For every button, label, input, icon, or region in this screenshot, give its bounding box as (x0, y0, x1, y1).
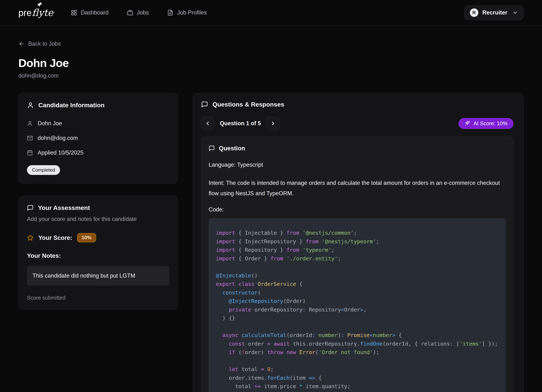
candidate-name: Dohn Joe (38, 120, 62, 127)
intent-label: Intent: (209, 180, 226, 186)
user-role-label: Recruiter (482, 9, 507, 16)
ai-score-label: AI Score: 10% (474, 120, 508, 127)
avatar: R (470, 8, 478, 17)
notes-label: Your Notes: (27, 252, 169, 259)
question-card: Question Language: Typescript Intent: Th… (201, 137, 513, 392)
back-link-label: Back to Jobs (28, 41, 61, 47)
candidate-applied-row: Applied 10/5/2025 (27, 150, 169, 156)
message-square-icon (201, 101, 208, 108)
briefcase-icon (127, 10, 133, 16)
language-line: Language: Typescript (209, 160, 506, 170)
assessment-subtitle: Add your score and notes for this candid… (27, 216, 169, 222)
score-submitted-text: Score submitted (27, 295, 169, 301)
nav-item-label: Jobs (137, 9, 149, 16)
nav-item-label: Job Profiles (177, 9, 207, 16)
file-text-icon (167, 10, 173, 16)
page-title: Dohn Joe (18, 56, 524, 70)
candidate-applied-date: Applied 10/5/2025 (38, 150, 83, 156)
status-badge: Completed (27, 165, 60, 175)
nav-item-jobs[interactable]: Jobs (127, 9, 149, 16)
candidate-name-row: Dohn Joe (27, 120, 169, 127)
nav-items: Dashboard Jobs Job Profiles (71, 9, 207, 16)
user-menu-button[interactable]: R Recruiter (464, 5, 524, 20)
mail-icon (27, 135, 33, 141)
question-pager: Question 1 of 5 AI Score: 10% (201, 117, 513, 130)
nav-item-job-profiles[interactable]: Job Profiles (167, 9, 207, 16)
previous-question-button[interactable] (201, 117, 214, 130)
nav-item-label: Dashboard (81, 9, 109, 16)
ai-score-badge: AI Score: 10% (459, 118, 513, 129)
card-title: Your Assessment (38, 204, 90, 211)
logo-text-pre: pre (18, 7, 32, 18)
left-column: Candidate Information Dohn Joe dohn@dog.… (18, 93, 178, 310)
code-label: Code: (209, 206, 506, 213)
card-title: Candidate Information (38, 102, 105, 109)
airplane-icon (35, 1, 45, 11)
message-square-icon (209, 145, 215, 151)
user-icon (27, 102, 34, 109)
notes-input[interactable]: This candidate did nothing but put LGTM (27, 266, 169, 286)
question-counter: Question 1 of 5 (220, 120, 261, 127)
message-square-icon (27, 205, 34, 211)
chevron-down-icon (512, 10, 518, 15)
calendar-icon (27, 150, 33, 156)
preflyte-logo[interactable]: pre flyte (18, 7, 53, 18)
questions-responses-panel: Questions & Responses Question 1 of 5 (193, 93, 524, 392)
candidate-information-card: Candidate Information Dohn Joe dohn@dog.… (18, 93, 178, 183)
star-icon (27, 235, 34, 241)
arrow-left-icon (18, 41, 25, 47)
your-assessment-card: Your Assessment Add your score and notes… (18, 196, 178, 310)
question-title: Question (219, 145, 245, 152)
your-score-row: Your Score: 10% (27, 233, 169, 242)
next-question-button[interactable] (266, 117, 280, 130)
sparkles-icon (464, 120, 470, 126)
chevron-right-icon (270, 120, 276, 126)
score-value-badge: 10% (77, 233, 96, 242)
language-value: Typescript (237, 161, 263, 168)
language-label: Language: (209, 161, 237, 168)
panel-title: Questions & Responses (212, 101, 284, 108)
candidate-email-header: dohn@dog.com (18, 72, 524, 79)
score-label: Your Score: (38, 234, 72, 241)
back-to-jobs-link[interactable]: Back to Jobs (18, 41, 61, 47)
top-navigation: pre flyte Dashboard Jobs Job Profiles R … (0, 0, 542, 26)
intent-text: The code is intended to manage orders an… (209, 180, 500, 197)
chevron-left-icon (205, 120, 211, 126)
code-block[interactable]: import { Injectable } from '@nestjs/comm… (209, 218, 506, 392)
candidate-email-row: dohn@dog.com (27, 135, 169, 141)
main-content: Back to Jobs Dohn Joe dohn@dog.com Candi… (0, 26, 542, 392)
right-column: Questions & Responses Question 1 of 5 (193, 93, 524, 392)
intent-line: Intent: The code is intended to manage o… (209, 178, 506, 199)
candidate-email: dohn@dog.com (38, 135, 78, 141)
dashboard-grid-icon (71, 10, 77, 16)
user-icon (27, 120, 33, 126)
nav-item-dashboard[interactable]: Dashboard (71, 9, 109, 16)
